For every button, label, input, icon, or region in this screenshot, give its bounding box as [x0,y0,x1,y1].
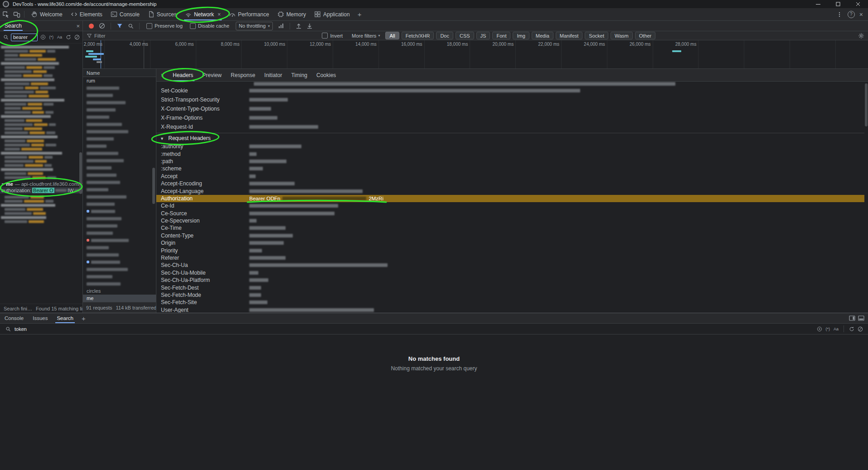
match-case-toggle[interactable]: Aa [56,34,63,40]
request-headers-section[interactable]: ▼ Request Headers [156,133,864,143]
search-result-line[interactable] [0,73,82,78]
search-result-line[interactable] [0,151,82,155]
request-row[interactable] [83,208,156,215]
detail-tab-headers[interactable]: Headers [168,69,198,81]
filter-pill-socket[interactable]: Socket [585,32,608,39]
request-row[interactable] [83,251,156,258]
tab-application[interactable]: Application [310,8,354,20]
detail-tab-timing[interactable]: Timing [286,69,312,81]
drawer-tab-console[interactable]: Console [0,313,28,323]
search-result-match-line[interactable]: authorization: Bearer O IW [0,187,82,194]
filter-pill-doc[interactable]: Doc [436,32,453,39]
disclosure-triangle-icon[interactable]: ▼ [1,182,5,186]
request-row[interactable] [83,273,156,280]
preserve-log-checkbox[interactable]: Preserve log [146,23,183,29]
tab-console[interactable]: Console [107,8,144,20]
detail-tab-preview[interactable]: Preview [198,69,226,81]
request-row[interactable] [83,128,156,135]
request-row[interactable] [83,280,156,287]
search-result-line[interactable] [0,159,82,163]
close-window-button[interactable] [848,0,868,8]
request-row[interactable] [83,222,156,229]
import-har-icon[interactable] [294,21,303,30]
search-result-line[interactable] [0,90,82,94]
add-drawer-tab-button[interactable]: + [78,313,89,323]
close-devtools-icon[interactable]: × [857,11,865,18]
request-row-rum[interactable]: rum [83,77,156,84]
search-result-line[interactable] [0,110,82,114]
search-result-line[interactable] [0,155,82,159]
export-har-icon[interactable] [305,21,314,30]
request-row[interactable] [83,237,156,244]
search-result-line[interactable] [0,131,82,135]
search-result-line[interactable] [0,195,82,199]
search-result-line[interactable] [0,199,82,203]
detail-tab-response[interactable]: Response [226,69,260,81]
search-result-line[interactable] [0,114,82,118]
tab-welcome[interactable]: Welcome [27,8,67,20]
help-icon[interactable]: ? [846,10,856,19]
search-results-scrollbar[interactable] [79,152,82,194]
more-filters-button[interactable]: More filters ▾ [352,33,380,39]
search-result-line[interactable] [0,45,82,49]
search-result-line[interactable] [0,215,82,219]
search-result-line[interactable] [0,167,82,171]
filter-pill-manifest[interactable]: Manifest [556,32,583,39]
search-result-line[interactable] [0,98,82,102]
search-result-line[interactable] [0,57,82,61]
request-row-circles[interactable]: circles [83,287,156,295]
network-overview-timeline[interactable]: 2,000 ms4,000 ms6,000 ms8,000 ms10,000 m… [83,40,868,69]
tab-sources[interactable]: Sources [144,8,181,20]
clear-search-results-icon[interactable] [857,325,863,332]
search-result-line[interactable] [0,102,82,106]
tab-elements[interactable]: Elements [67,8,107,20]
search-result-line[interactable] [0,122,82,126]
request-row[interactable] [83,106,156,113]
record-button[interactable] [87,21,96,30]
filter-pill-font[interactable]: Font [492,32,510,39]
tab-memory[interactable]: Memory [273,8,310,20]
search-result-line[interactable] [0,211,82,215]
request-row[interactable] [83,92,156,99]
close-tab-icon[interactable]: × [218,11,221,18]
request-row[interactable] [83,99,156,106]
request-row[interactable] [83,266,156,273]
clear-query-icon[interactable] [816,325,823,332]
request-row-me[interactable]: me [83,295,156,302]
search-result-line[interactable] [0,126,82,131]
filter-input[interactable]: Filter [94,33,105,39]
search-result-line[interactable] [0,49,82,53]
minimize-button[interactable] [808,0,828,8]
search-result-line[interactable] [0,143,82,147]
filter-pill-img[interactable]: Img [513,32,529,39]
request-row[interactable] [83,121,156,128]
search-result-line[interactable] [0,207,82,211]
search-result-line[interactable] [0,53,82,57]
refresh-search-icon[interactable] [65,34,72,41]
search-result-line[interactable] [0,86,82,90]
request-row[interactable] [83,113,156,121]
request-row[interactable] [83,179,156,186]
search-result-me[interactable]: ▼ me — api-cloudfront.life360.com/v3… au… [0,181,82,194]
filter-pill-fetch-xhr[interactable]: Fetch/XHR [402,32,434,39]
headers-scrollbar[interactable] [865,83,868,126]
search-result-line[interactable] [0,219,82,223]
detail-tab-cookies[interactable]: Cookies [312,69,340,81]
search-result-line[interactable] [0,118,82,122]
filter-toggle-icon[interactable] [115,21,124,30]
clear-query-icon[interactable] [39,34,46,41]
search-result-line[interactable] [0,163,82,167]
clear-network-log-icon[interactable] [97,21,107,30]
search-result-line[interactable] [0,94,82,98]
request-row[interactable] [83,215,156,222]
dock-side-icon[interactable] [849,315,855,321]
request-row[interactable] [83,157,156,164]
request-row[interactable] [83,171,156,179]
request-row[interactable] [83,229,156,237]
regex-toggle[interactable]: (*) [824,326,831,332]
filter-pill-media[interactable]: Media [532,32,553,39]
search-result-line[interactable] [0,61,82,65]
inspect-icon[interactable] [1,10,11,19]
search-result-line[interactable] [0,82,82,86]
match-case-toggle[interactable]: Aa [833,326,839,332]
